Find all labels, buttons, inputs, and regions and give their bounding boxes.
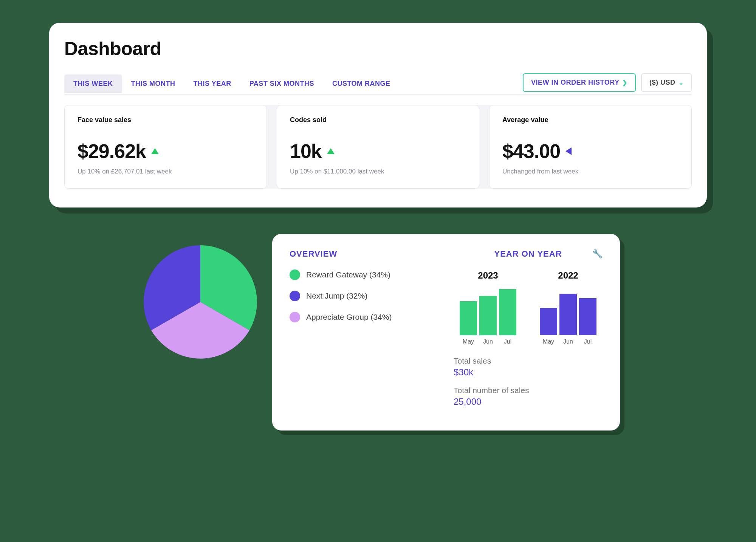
view-order-history-button[interactable]: VIEW IN ORDER HISTORY ❯: [523, 73, 636, 92]
legend-dot-icon: [290, 269, 300, 280]
settings-wrench-icon[interactable]: 🔧: [592, 249, 603, 259]
metrics-row: Face value sales $29.62k Up 10% on £26,7…: [64, 105, 692, 189]
metric-value: $29.62k: [77, 140, 146, 163]
bar-group-year: 2022: [534, 270, 603, 281]
bar-month-label: Jun: [559, 338, 577, 345]
stat-total-number: Total number of sales 25,000: [454, 386, 603, 407]
bar: [579, 298, 596, 335]
bar-chart: 2023 May Jun Jul 2022: [454, 269, 603, 345]
bar-group-2022: 2022 May Jun Jul: [534, 270, 603, 345]
legend-dot-icon: [290, 291, 300, 301]
metric-label: Average value: [502, 116, 679, 124]
bar-month-label: May: [540, 338, 557, 345]
stat-label: Total sales: [454, 356, 603, 365]
tab-past-six-months[interactable]: PAST SIX MONTHS: [240, 74, 323, 93]
tab-this-week[interactable]: THIS WEEK: [64, 74, 122, 93]
bar: [540, 308, 557, 335]
tabs-row: THIS WEEK THIS MONTH THIS YEAR PAST SIX …: [64, 73, 692, 94]
bar: [559, 294, 577, 335]
stat-value: $30k: [454, 367, 603, 378]
history-button-label: VIEW IN ORDER HISTORY: [531, 79, 620, 87]
trend-up-icon: [327, 148, 335, 154]
lower-section: OVERVIEW Reward Gateway (34%) Next Jump …: [38, 234, 718, 431]
bar-month-label: Jul: [499, 338, 516, 345]
chevron-down-icon: ⌄: [679, 79, 684, 86]
metric-value: $43.00: [502, 140, 560, 163]
legend-item-appreciate-group: Appreciate Group (34%): [290, 312, 438, 322]
stat-value: 25,000: [454, 396, 603, 407]
metric-label: Codes sold: [290, 116, 466, 124]
metric-codes-sold: Codes sold 10k Up 10% on $11,000.00 last…: [277, 105, 479, 189]
page-title: Dashboard: [64, 38, 692, 60]
overview-title: OVERVIEW: [290, 249, 438, 259]
bar-month-label: Jul: [579, 338, 596, 345]
metric-subtext: Up 10% on £26,707.01 last week: [77, 168, 254, 175]
legend-dot-icon: [290, 312, 300, 322]
chevron-right-icon: ❯: [622, 79, 627, 86]
pie-chart: [144, 245, 257, 359]
metric-subtext: Unchanged from last week: [502, 168, 679, 175]
dashboard-card: Dashboard THIS WEEK THIS MONTH THIS YEAR…: [49, 23, 707, 208]
tab-this-month[interactable]: THIS MONTH: [122, 74, 184, 93]
bar-group-year: 2023: [454, 270, 522, 281]
metric-label: Face value sales: [77, 116, 254, 124]
legend-item-next-jump: Next Jump (32%): [290, 291, 438, 301]
legend-label: Reward Gateway (34%): [306, 270, 390, 279]
legend-label: Next Jump (32%): [306, 291, 367, 300]
bar: [499, 289, 516, 335]
overview-card: OVERVIEW Reward Gateway (34%) Next Jump …: [272, 234, 620, 431]
year-on-year-title: YEAR ON YEAR: [454, 249, 603, 259]
metric-value: 10k: [290, 140, 322, 163]
bar-month-label: Jun: [479, 338, 497, 345]
metric-subtext: Up 10% on $11,000.00 last week: [290, 168, 466, 175]
trend-flat-icon: [565, 147, 572, 155]
year-on-year-panel: 🔧 YEAR ON YEAR 2023 May Jun Jul: [454, 249, 603, 415]
bar-month-label: May: [460, 338, 477, 345]
stat-total-sales: Total sales $30k: [454, 356, 603, 378]
overview-left: OVERVIEW Reward Gateway (34%) Next Jump …: [290, 249, 438, 415]
tab-this-year[interactable]: THIS YEAR: [184, 74, 240, 93]
bar: [479, 296, 497, 335]
bar-group-2023: 2023 May Jun Jul: [454, 270, 522, 345]
metric-average-value: Average value $43.00 Unchanged from last…: [489, 105, 692, 189]
currency-label: ($) USD: [649, 79, 675, 87]
stat-label: Total number of sales: [454, 386, 603, 395]
legend-label: Appreciate Group (34%): [306, 313, 392, 322]
currency-select[interactable]: ($) USD ⌄: [641, 73, 692, 92]
trend-up-icon: [151, 148, 159, 154]
bar: [460, 301, 477, 335]
metric-face-value-sales: Face value sales $29.62k Up 10% on £26,7…: [64, 105, 267, 189]
legend-item-reward-gateway: Reward Gateway (34%): [290, 269, 438, 280]
tab-custom-range[interactable]: CUSTOM RANGE: [323, 74, 400, 93]
